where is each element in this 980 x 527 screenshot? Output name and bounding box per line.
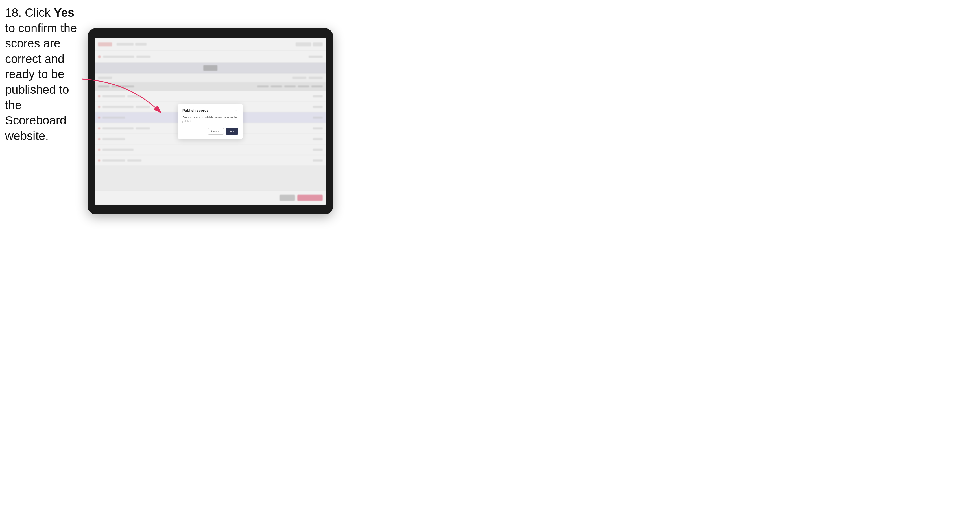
- tablet-device: Publish scores × Are you ready to publis…: [88, 28, 333, 214]
- step-number: 18.: [5, 6, 21, 19]
- modal-actions: Cancel Yes: [182, 128, 238, 135]
- cancel-button[interactable]: Cancel: [208, 128, 224, 135]
- yes-emphasis: Yes: [54, 6, 74, 19]
- modal-title-row: Publish scores ×: [182, 108, 238, 113]
- instruction-click: Click: [21, 6, 54, 19]
- instruction-rest: to confirm the scores are correct and re…: [5, 21, 77, 143]
- yes-button[interactable]: Yes: [226, 128, 238, 135]
- instruction-text: 18. Click Yes to confirm the scores are …: [5, 5, 84, 144]
- tablet-screen: Publish scores × Are you ready to publis…: [95, 38, 326, 205]
- modal-close-button[interactable]: ×: [234, 108, 238, 113]
- modal-body-text: Are you ready to publish these scores to…: [182, 116, 238, 124]
- publish-scores-modal: Publish scores × Are you ready to publis…: [178, 104, 243, 139]
- modal-overlay: Publish scores × Are you ready to publis…: [95, 38, 326, 205]
- modal-title: Publish scores: [182, 108, 208, 113]
